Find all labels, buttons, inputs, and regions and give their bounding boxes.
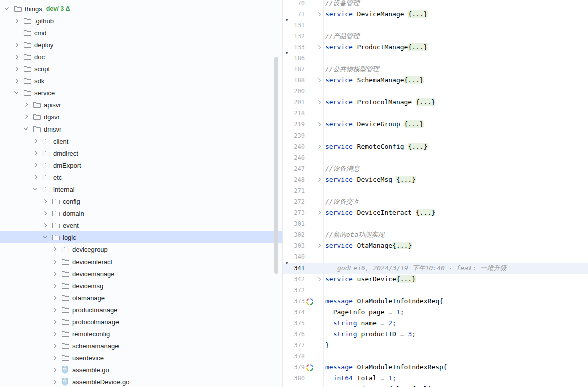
proto-message-gutter-icon[interactable] — [306, 364, 313, 371]
chevron-right-icon[interactable] — [50, 245, 58, 253]
folded-region[interactable]: {...} — [392, 242, 412, 249]
tree-scrollbar[interactable] — [274, 57, 278, 274]
folded-region[interactable]: {...} — [404, 120, 424, 128]
chevron-right-icon[interactable] — [50, 294, 58, 302]
chevron-down-icon[interactable] — [12, 89, 20, 97]
fold-chevron-icon[interactable] — [315, 275, 323, 283]
fold-chevron-icon[interactable] — [315, 242, 323, 250]
tree-item-event[interactable]: event — [0, 219, 282, 231]
tree-item-deviceinteract[interactable]: deviceinteract — [0, 255, 282, 268]
chevron-down-icon[interactable] — [31, 185, 39, 193]
tree-item-sdk[interactable]: sdk — [0, 75, 282, 87]
code-line[interactable]: 373message OtaModuleInfoIndexReq{ — [283, 296, 588, 307]
code-line[interactable]: 273service DeviceInteract {...} — [283, 207, 588, 218]
fold-chevron-icon[interactable] — [315, 43, 323, 51]
code-line[interactable]: 131 — [283, 20, 588, 31]
chevron-right-icon[interactable] — [50, 257, 58, 266]
tree-item-domain[interactable]: domain — [0, 207, 282, 219]
tree-item-things[interactable]: thingsdev/ 3 Δ — [0, 3, 282, 15]
folded-region[interactable]: {...} — [396, 275, 416, 283]
fold-chevron-icon[interactable] — [315, 120, 323, 128]
chevron-down-icon[interactable] — [41, 233, 49, 241]
fold-chevron-icon[interactable] — [315, 76, 323, 84]
tree-item-dgsvr[interactable]: dgsvr — [0, 111, 282, 123]
tree-item-assembleDevice-go[interactable]: assembleDevice.go — [0, 376, 282, 387]
chevron-right-icon[interactable] — [31, 173, 39, 181]
folded-region[interactable]: {...} — [416, 98, 435, 106]
chevron-down-icon[interactable] — [22, 125, 30, 133]
code-editor[interactable]: 70//设备管理71service DeviceManage {...}1311… — [283, 0, 588, 387]
code-line-current[interactable]: 341godLei6, 2024/3/19 下午10:40 · feat: 一堆… — [283, 263, 588, 274]
tree-item-apisvr[interactable]: apisvr — [0, 99, 282, 111]
chevron-right-icon[interactable] — [50, 366, 58, 374]
code-line[interactable]: 379message OtaModuleInfoIndexResp{ — [283, 362, 588, 373]
chevron-right-icon[interactable] — [31, 149, 39, 157]
folded-region[interactable]: {...} — [408, 43, 427, 51]
code-line[interactable]: 377} — [283, 340, 588, 351]
chevron-right-icon[interactable] — [50, 354, 58, 362]
chevron-right-icon[interactable] — [31, 137, 39, 145]
code-line[interactable]: 200 — [283, 86, 588, 97]
fold-chevron-icon[interactable] — [315, 10, 323, 18]
chevron-right-icon[interactable] — [12, 77, 20, 85]
tree-item--github[interactable]: .github — [0, 15, 282, 27]
chevron-right-icon[interactable] — [12, 41, 20, 49]
tree-item-devicemsg[interactable]: devicemsg — [0, 280, 282, 292]
chevron-right-icon[interactable] — [50, 282, 58, 290]
chevron-right-icon[interactable] — [50, 318, 58, 326]
tree-item-productmanage[interactable]: productmanage — [0, 304, 282, 316]
proto-message-gutter-icon[interactable] — [306, 298, 313, 305]
fold-chevron-icon[interactable] — [315, 98, 323, 106]
code-line[interactable]: 302//新的ota功能实现 — [283, 229, 588, 240]
code-line[interactable]: 303service OtaManage{...} — [283, 240, 588, 251]
tree-item-dmsvr[interactable]: dmsvr — [0, 123, 282, 135]
tree-item-config[interactable]: config — [0, 195, 282, 207]
tree-item-remoteconfig[interactable]: remoteconfig — [0, 328, 282, 340]
chevron-right-icon[interactable] — [50, 270, 58, 278]
chevron-down-icon[interactable] — [3, 5, 11, 13]
chevron-right-icon[interactable] — [41, 197, 49, 205]
proto-message-gutter-icon-wrap[interactable] — [306, 298, 313, 305]
tree-item-logic[interactable]: logic — [0, 231, 283, 243]
tree-item-cmd[interactable]: cmd — [0, 27, 282, 39]
code-line[interactable]: 239 — [283, 130, 588, 141]
code-line[interactable]: 380 int64 total = 1; — [283, 373, 588, 384]
tree-item-protocolmanage[interactable]: protocolmanage — [0, 316, 282, 328]
folded-region[interactable]: {...} — [408, 143, 427, 150]
code-line[interactable]: 342service userDevice{...} — [283, 274, 588, 285]
code-line[interactable]: 186 — [283, 53, 588, 64]
code-line[interactable]: 201service ProtocolManage {...} — [283, 97, 588, 108]
code-line[interactable]: 372 — [283, 285, 588, 296]
code-line[interactable]: 71service DeviceManage {...} — [283, 9, 588, 20]
chevron-right-icon[interactable] — [50, 378, 58, 386]
chevron-right-icon[interactable] — [50, 306, 58, 314]
code-line[interactable]: 374 PageInfo page = 1; — [283, 307, 588, 318]
tree-item-doc[interactable]: doc — [0, 51, 282, 63]
tree-item-internal[interactable]: internal — [0, 183, 282, 195]
tree-item-schemamanage[interactable]: schemamanage — [0, 340, 282, 352]
code-line[interactable]: 187//公共物模型管理 — [283, 64, 588, 75]
tree-item-assemble-go[interactable]: assemble.go — [0, 364, 282, 376]
code-line[interactable]: 219service DeviceGroup {...} — [283, 119, 588, 130]
code-line[interactable]: 70//设备管理 — [283, 0, 588, 9]
code-line[interactable]: 246 — [283, 152, 588, 163]
code-line[interactable]: 132//产品管理 — [283, 31, 588, 42]
code-line[interactable]: 301 — [283, 218, 588, 229]
code-line[interactable]: 381 repeated OtaModuleInfo list = 2; — [283, 384, 588, 387]
code-line[interactable]: 218 — [283, 108, 588, 119]
tree-item-userdevice[interactable]: userdevice — [0, 352, 282, 364]
code-line[interactable]: 272//设备交互 — [283, 196, 588, 207]
tree-item-deploy[interactable]: deploy — [0, 39, 282, 51]
folded-region[interactable]: {...} — [404, 76, 424, 84]
code-line[interactable]: 376 string productID = 3; — [283, 329, 588, 340]
tree-item-otamanage[interactable]: otamanage — [0, 292, 282, 304]
code-line[interactable]: 247//设备消息 — [283, 163, 588, 174]
tree-item-script[interactable]: script — [0, 63, 282, 75]
chevron-right-icon[interactable] — [50, 342, 58, 350]
chevron-right-icon[interactable] — [22, 113, 30, 121]
code-line[interactable]: 378 — [283, 351, 588, 362]
code-line[interactable]: 271 — [283, 185, 588, 196]
chevron-right-icon[interactable] — [12, 65, 20, 73]
chevron-right-icon[interactable] — [41, 221, 49, 229]
chevron-right-icon[interactable] — [31, 161, 39, 169]
